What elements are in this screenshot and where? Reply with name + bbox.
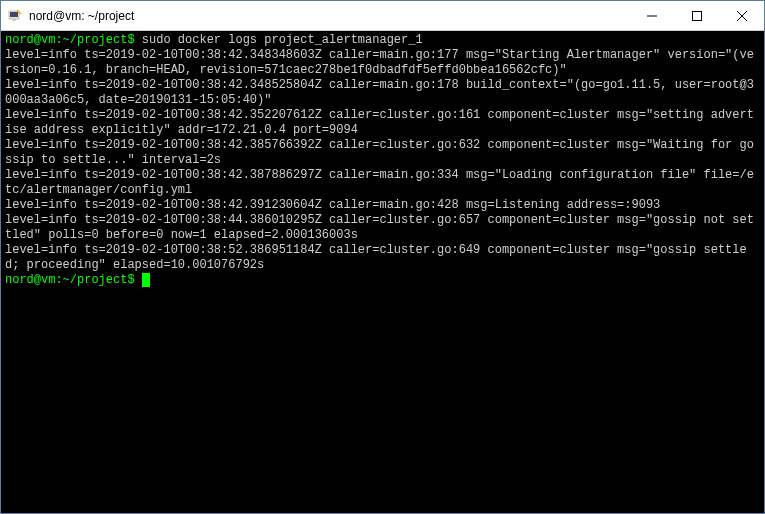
titlebar[interactable]: nord@vm: ~/project <box>1 1 764 31</box>
log-output: level=info ts=2019-02-10T00:38:42.348348… <box>5 48 754 77</box>
log-output: level=info ts=2019-02-10T00:38:42.391230… <box>5 198 660 212</box>
log-output: level=info ts=2019-02-10T00:38:42.348525… <box>5 78 754 107</box>
log-output: level=info ts=2019-02-10T00:38:42.385766… <box>5 138 754 167</box>
svg-rect-5 <box>692 11 701 20</box>
window-controls <box>629 1 764 30</box>
cursor-icon <box>142 273 150 287</box>
shell-command: sudo docker logs project_alertmanager_1 <box>142 33 423 47</box>
svg-rect-2 <box>12 19 16 21</box>
log-output: level=info ts=2019-02-10T00:38:52.386951… <box>5 243 747 272</box>
minimize-button[interactable] <box>629 1 674 30</box>
window-title: nord@vm: ~/project <box>29 9 629 23</box>
shell-prompt: nord@vm:~/project$ <box>5 273 135 287</box>
log-output: level=info ts=2019-02-10T00:38:42.387886… <box>5 168 754 197</box>
terminal-content[interactable]: nord@vm:~/project$ sudo docker logs proj… <box>1 31 764 513</box>
putty-icon <box>7 8 23 24</box>
svg-rect-1 <box>10 12 18 17</box>
log-output: level=info ts=2019-02-10T00:38:44.386010… <box>5 213 754 242</box>
log-output: level=info ts=2019-02-10T00:38:42.352207… <box>5 108 754 137</box>
close-button[interactable] <box>719 1 764 30</box>
shell-prompt: nord@vm:~/project$ <box>5 33 135 47</box>
maximize-button[interactable] <box>674 1 719 30</box>
terminal-window: nord@vm: ~/project nord@vm:~/project$ su… <box>0 0 765 514</box>
